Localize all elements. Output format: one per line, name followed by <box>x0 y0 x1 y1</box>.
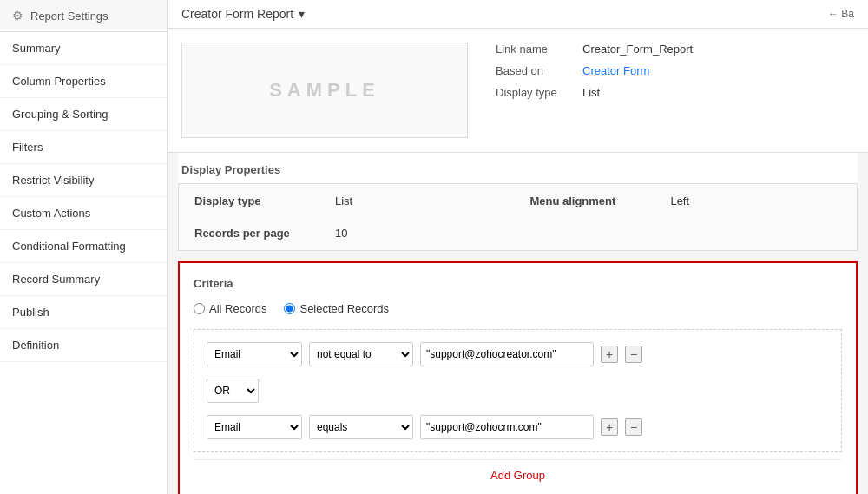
sidebar-item-summary[interactable]: Summary <box>0 32 167 65</box>
display-type-value: List <box>582 86 600 99</box>
criteria-row1-operator-select[interactable]: not equal to <box>309 342 413 366</box>
radio-selected-records-label: Selected Records <box>299 302 389 315</box>
criteria-section: Criteria All Records Selected Records Em… <box>178 261 858 494</box>
sidebar-item-filters[interactable]: Filters <box>0 131 167 164</box>
sidebar: ⚙ Report Settings Summary Column Propert… <box>0 0 168 494</box>
radio-all-records-label: All Records <box>209 302 266 315</box>
menu-alignment-value: Left <box>656 186 855 216</box>
report-meta: Link name Creator_Form_Report Based on C… <box>482 29 707 152</box>
records-per-page-label: Records per page <box>181 218 319 248</box>
link-name-label: Link name <box>496 43 574 56</box>
sidebar-nav: Summary Column Properties Grouping & Sor… <box>0 32 167 494</box>
criteria-row2-add-button[interactable]: + <box>601 418 618 436</box>
back-button[interactable]: ← Ba <box>828 8 854 20</box>
preview-section: SAMPLE Link name Creator_Form_Report Bas… <box>168 29 868 153</box>
criteria-or-row: OR AND <box>207 375 829 406</box>
sidebar-header: ⚙ Report Settings <box>0 0 167 32</box>
add-group-button[interactable]: Add Group <box>194 459 842 491</box>
criteria-title: Criteria <box>194 277 842 290</box>
report-title: Creator Form Report <box>181 7 293 21</box>
meta-display-type: Display type List <box>496 86 693 99</box>
sidebar-item-record-summary[interactable]: Record Summary <box>0 263 167 296</box>
dropdown-icon[interactable]: ▾ <box>299 7 305 21</box>
criteria-radio-group: All Records Selected Records <box>194 302 842 315</box>
link-name-value: Creator_Form_Report <box>582 43 693 56</box>
criteria-row1-add-button[interactable]: + <box>601 346 618 363</box>
criteria-row-2: Email equals + − <box>207 415 829 439</box>
criteria-row2-value-input[interactable] <box>420 415 594 439</box>
criteria-row-1: Email not equal to + − <box>207 342 829 366</box>
sidebar-item-custom-actions[interactable]: Custom Actions <box>0 197 167 230</box>
based-on-label: Based on <box>496 64 574 77</box>
criteria-row1-value-input[interactable] <box>420 342 594 366</box>
sidebar-item-conditional-formatting[interactable]: Conditional Formatting <box>0 230 167 263</box>
criteria-row2-field-select[interactable]: Email <box>207 415 302 439</box>
meta-link-name: Link name Creator_Form_Report <box>496 43 693 56</box>
criteria-logic-select[interactable]: OR AND <box>207 379 259 403</box>
criteria-row1-remove-button[interactable]: − <box>625 346 642 363</box>
radio-all-records-input[interactable] <box>194 303 205 314</box>
display-props-row-1: Display type List Menu alignment Left <box>181 186 855 216</box>
display-props-row-2: Records per page 10 <box>181 218 855 248</box>
display-properties: Display Properties Display type List Men… <box>178 153 858 251</box>
display-properties-title: Display Properties <box>178 153 858 183</box>
main-content: Creator Form Report ▾ ← Ba SAMPLE Link n… <box>168 0 868 494</box>
based-on-value[interactable]: Creator Form <box>582 64 649 77</box>
criteria-row2-operator-select[interactable]: equals <box>309 415 413 439</box>
sidebar-item-column-properties[interactable]: Column Properties <box>0 65 167 98</box>
display-type-prop-label: Display type <box>181 186 319 216</box>
topbar: Creator Form Report ▾ ← Ba <box>168 0 868 29</box>
records-per-page-value: 10 <box>321 218 514 248</box>
radio-all-records[interactable]: All Records <box>194 302 266 315</box>
criteria-row1-field-select[interactable]: Email <box>207 342 302 366</box>
criteria-row2-remove-button[interactable]: − <box>625 418 642 436</box>
display-properties-table: Display type List Menu alignment Left Re… <box>178 183 858 251</box>
display-type-prop-value: List <box>321 186 514 216</box>
sidebar-item-restrict-visibility[interactable]: Restrict Visibility <box>0 164 167 197</box>
sidebar-item-definition[interactable]: Definition <box>0 329 167 362</box>
sample-preview: SAMPLE <box>181 43 468 138</box>
criteria-rows-container: Email not equal to + − OR AND Email <box>194 329 842 452</box>
sidebar-item-grouping-sorting[interactable]: Grouping & Sorting <box>0 98 167 131</box>
display-type-label: Display type <box>496 86 574 99</box>
menu-alignment-label: Menu alignment <box>516 186 654 216</box>
sidebar-header-label: Report Settings <box>30 10 108 23</box>
radio-selected-records-input[interactable] <box>284 303 295 314</box>
topbar-title: Creator Form Report ▾ <box>181 7 305 21</box>
meta-based-on: Based on Creator Form <box>496 64 693 77</box>
radio-selected-records[interactable]: Selected Records <box>284 302 389 315</box>
sidebar-item-publish[interactable]: Publish <box>0 296 167 329</box>
gear-icon: ⚙ <box>12 9 23 23</box>
